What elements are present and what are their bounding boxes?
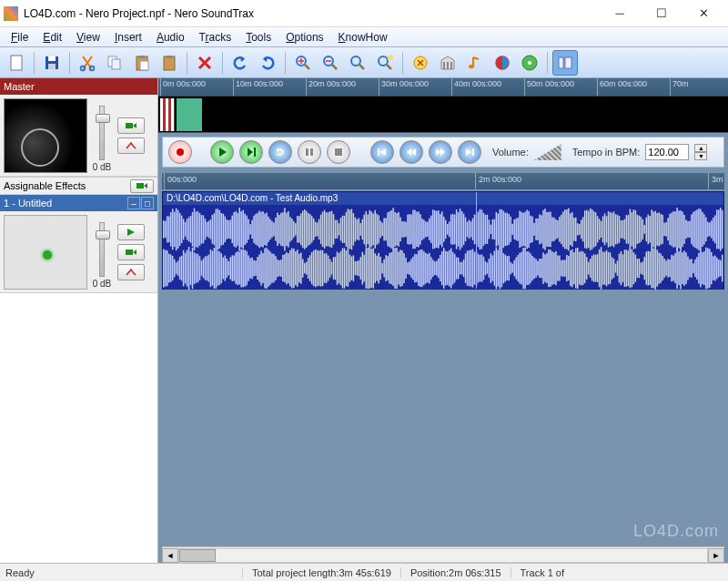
menu-options[interactable]: Options	[278, 29, 330, 46]
stop-button[interactable]	[327, 140, 350, 164]
track-maximize-button[interactable]: □	[141, 197, 154, 209]
minimize-button[interactable]: ─	[599, 1, 641, 26]
track1-fader[interactable]	[99, 222, 105, 277]
svg-rect-272	[372, 248, 373, 288]
svg-rect-488	[568, 256, 569, 280]
master-fader[interactable]	[99, 106, 105, 160]
svg-rect-650	[714, 256, 715, 281]
svg-rect-37	[472, 148, 474, 156]
overview-clip[interactable]	[160, 98, 175, 131]
volume-slider[interactable]	[534, 144, 561, 160]
menu-file[interactable]: File	[4, 29, 35, 46]
library-button[interactable]	[435, 50, 460, 76]
menu-tracks[interactable]: Tracks	[192, 29, 239, 46]
menu-audio[interactable]: Audio	[149, 29, 192, 46]
svg-rect-301	[399, 217, 400, 241]
zoom-fit-button[interactable]	[345, 50, 370, 76]
zoom-in-button[interactable]	[290, 50, 316, 76]
svg-rect-607	[676, 208, 677, 251]
note-button[interactable]	[462, 50, 488, 76]
delete-button[interactable]	[192, 50, 217, 76]
cut-button[interactable]	[75, 50, 100, 76]
goto-start-button[interactable]	[370, 140, 394, 164]
master-insert-button[interactable]	[117, 117, 145, 134]
play-button[interactable]	[210, 140, 234, 164]
svg-rect-127	[242, 210, 243, 249]
playhead[interactable]	[476, 192, 477, 289]
svg-rect-44	[167, 250, 167, 286]
track1-play-button[interactable]	[117, 224, 145, 240]
audio-clip[interactable]: D:\LO4D.com\LO4D.com - Test Audio.mp3	[162, 191, 724, 290]
rewind-button[interactable]	[399, 140, 423, 164]
svg-rect-334	[429, 253, 430, 284]
mix-button[interactable]	[490, 50, 515, 76]
track-minimize-button[interactable]: –	[127, 197, 140, 209]
new-button[interactable]	[4, 50, 29, 76]
svg-rect-152	[264, 249, 265, 289]
scroll-right-button[interactable]: ►	[708, 548, 724, 563]
track1-fx-button[interactable]	[117, 264, 145, 280]
track1-pan[interactable]	[4, 215, 87, 290]
forward-button[interactable]	[429, 140, 452, 164]
pause-button[interactable]	[298, 140, 321, 164]
svg-rect-544	[619, 254, 620, 283]
svg-rect-629	[696, 209, 697, 249]
zoom-out-button[interactable]	[318, 50, 343, 76]
menu-tools[interactable]: Tools	[238, 29, 278, 46]
horizontal-scrollbar[interactable]: ◄ ►	[162, 546, 724, 563]
menu-edit[interactable]: Edit	[35, 29, 69, 46]
save-button[interactable]	[39, 50, 65, 76]
svg-rect-477	[559, 217, 560, 242]
cd-button[interactable]	[517, 50, 542, 76]
svg-rect-155	[268, 217, 268, 242]
svg-rect-457	[541, 215, 541, 243]
svg-rect-444	[528, 251, 529, 285]
overview[interactable]	[158, 97, 728, 133]
master-fx-button[interactable]	[117, 138, 145, 154]
zoom-sel-button[interactable]	[372, 50, 398, 76]
svg-rect-393	[483, 213, 484, 246]
goto-end-button[interactable]	[458, 140, 481, 164]
menu-insert[interactable]: Insert	[107, 29, 149, 46]
svg-rect-559	[633, 209, 634, 250]
svg-rect-17	[388, 56, 393, 60]
track-ruler[interactable]: 00s:000 2m 00s:000 3m 00	[162, 173, 724, 189]
maximize-button[interactable]: ☐	[641, 1, 682, 26]
svg-rect-214	[320, 250, 321, 287]
menu-knowhow[interactable]: KnowHow	[331, 29, 395, 46]
loop-button[interactable]	[268, 140, 292, 164]
play-loop-button[interactable]	[239, 140, 263, 164]
copy-button[interactable]	[102, 50, 127, 76]
svg-rect-423	[511, 217, 511, 242]
svg-rect-84	[203, 259, 204, 278]
track1-insert-button[interactable]	[117, 244, 145, 260]
master-preview[interactable]	[4, 98, 87, 173]
tempo-spinner[interactable]: ▲▼	[694, 144, 707, 160]
close-button[interactable]: ✕	[682, 1, 724, 26]
toolbar	[0, 47, 728, 78]
effects-add-button[interactable]	[130, 179, 154, 193]
panel-button[interactable]	[552, 50, 578, 76]
redo-button[interactable]	[255, 50, 280, 76]
menu-view[interactable]: View	[69, 29, 107, 46]
clipboard-button[interactable]	[157, 50, 182, 76]
record-button[interactable]	[168, 140, 192, 164]
scroll-thumb[interactable]	[179, 549, 216, 562]
overview-clip[interactable]	[177, 98, 202, 131]
svg-rect-263	[366, 211, 367, 248]
svg-rect-131	[246, 216, 247, 243]
undo-button[interactable]	[228, 50, 253, 76]
paste-button[interactable]	[129, 50, 155, 76]
tempo-input[interactable]	[645, 144, 689, 160]
track-area[interactable]: D:\LO4D.com\LO4D.com - Test Audio.mp3	[162, 189, 724, 546]
svg-rect-204	[311, 252, 312, 284]
scroll-left-button[interactable]: ◄	[162, 548, 178, 563]
track1-header[interactable]: 1 - Untitled – □	[0, 195, 157, 211]
svg-rect-615	[683, 215, 684, 244]
scroll-track[interactable]	[178, 548, 708, 563]
svg-rect-539	[615, 214, 616, 244]
svg-rect-287	[387, 212, 388, 246]
svg-rect-472	[553, 252, 554, 284]
timeline-ruler[interactable]: 0m 00s:000 10m 00s:000 20m 00s:000 30m 0…	[158, 78, 728, 97]
fx-button[interactable]	[408, 50, 433, 76]
